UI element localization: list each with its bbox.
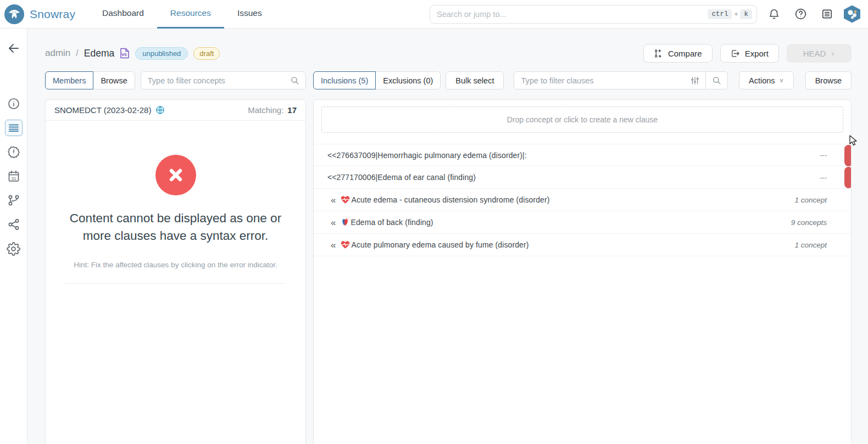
error-x-icon bbox=[155, 155, 196, 195]
breadcrumb-row: admin / Edema vs unpublished draft bbox=[45, 43, 852, 64]
concept-search-icon[interactable] bbox=[283, 72, 305, 89]
clause-row[interactable]: « Edema of back (finding) 9 concepts bbox=[314, 211, 851, 234]
main-content: admin / Edema vs unpublished draft bbox=[27, 29, 868, 444]
tab-browse-left[interactable]: Browse bbox=[93, 71, 135, 89]
svg-text:31: 31 bbox=[11, 176, 16, 181]
sidebar-item-branches[interactable] bbox=[5, 192, 23, 209]
clauses-panel: Drop concept or click to create a new cl… bbox=[313, 99, 852, 444]
concept-filter[interactable] bbox=[141, 71, 306, 89]
bulk-select-button[interactable]: Bulk select bbox=[446, 71, 504, 89]
filter-options-sliders-icon[interactable] bbox=[685, 72, 705, 89]
status-badge-unpublished: unpublished bbox=[135, 47, 188, 60]
error-title: Content cannot be displayed as one or mo… bbox=[66, 210, 286, 245]
user-avatar[interactable] bbox=[844, 5, 860, 23]
members-panel: SNOMEDCT (2023-02-28) Matching:17 bbox=[45, 99, 306, 444]
clause-filter[interactable] bbox=[514, 71, 728, 89]
clauses-toolbar: Inclusions (5) Exclusions (0) Bulk selec… bbox=[313, 71, 852, 89]
error-indicator[interactable] bbox=[844, 167, 852, 188]
sidebar-item-content[interactable] bbox=[5, 120, 23, 136]
inclusions-exclusions-tabs: Inclusions (5) Exclusions (0) bbox=[313, 71, 441, 89]
main-nav: Dashboard Resources Issues bbox=[89, 0, 275, 29]
matching-label: Matching: bbox=[248, 105, 283, 115]
clause-row[interactable]: <<277170006|Edema of ear canal (finding)… bbox=[314, 166, 851, 189]
error-hint: Hint: Fix the affected clauses by clicki… bbox=[71, 259, 280, 271]
sidebar-item-validation[interactable] bbox=[5, 144, 23, 160]
global-search[interactable]: ctrl + k bbox=[430, 5, 757, 24]
clause-row[interactable]: <<276637009|Hemorrhagic pulmonary edema … bbox=[314, 144, 851, 166]
help-icon[interactable] bbox=[791, 5, 810, 24]
nav-dashboard[interactable]: Dashboard bbox=[89, 0, 157, 29]
chevron-down-icon: ∨ bbox=[780, 77, 784, 84]
breadcrumb-separator: / bbox=[76, 48, 78, 58]
changelog-news-icon[interactable] bbox=[817, 5, 836, 24]
header-icons bbox=[765, 5, 860, 24]
concept-filter-input[interactable] bbox=[141, 76, 283, 85]
clause-row[interactable]: « Acute edema - cutaneous distension syn… bbox=[314, 189, 851, 211]
sidebar-item-calendar[interactable]: 31 bbox=[5, 168, 23, 184]
matching-count: Matching:17 bbox=[248, 105, 297, 115]
tab-inclusions[interactable]: Inclusions (5) bbox=[313, 71, 376, 89]
filter-toolbar: Members Browse Inclusions (5) Exclusions… bbox=[45, 71, 852, 89]
collapse-chevrons-icon[interactable]: « bbox=[331, 240, 336, 250]
breadcrumb-parent[interactable]: admin bbox=[45, 48, 70, 59]
version-label: HEAD bbox=[803, 49, 826, 58]
collapse-chevrons-icon[interactable]: « bbox=[331, 195, 336, 205]
clause-expression: <<277170006|Edema of ear canal (finding) bbox=[327, 173, 476, 182]
compare-label: Compare bbox=[668, 49, 702, 58]
nav-issues[interactable]: Issues bbox=[224, 0, 275, 29]
clause-concept-count: 9 concepts bbox=[791, 218, 827, 227]
tab-members[interactable]: Members bbox=[45, 71, 93, 89]
nav-resources[interactable]: Resources bbox=[157, 0, 224, 29]
value-set-vs-icon: vs bbox=[120, 47, 130, 59]
concepts-toolbar: Members Browse bbox=[45, 71, 306, 89]
sidebar-item-info[interactable] bbox=[5, 95, 23, 112]
error-indicator[interactable] bbox=[844, 145, 852, 166]
clause-filter-input[interactable] bbox=[514, 76, 685, 85]
export-label: Export bbox=[745, 49, 769, 58]
snowray-logo-icon bbox=[4, 4, 24, 24]
clause-concept-count: 1 concept bbox=[794, 196, 827, 204]
breadcrumb: admin / Edema vs unpublished draft bbox=[45, 47, 220, 60]
clause-row[interactable]: « Acute pulmonary edema caused by fume (… bbox=[314, 234, 851, 256]
matching-value: 17 bbox=[287, 105, 297, 115]
codesystem-title-row: SNOMEDCT (2023-02-28) bbox=[54, 105, 165, 115]
clause-concept-label: Edema of back (finding) bbox=[350, 218, 433, 227]
clause-meta: --- bbox=[820, 173, 827, 182]
brand[interactable]: Snowray bbox=[4, 4, 82, 24]
clause-expression: <<276637009|Hemorrhagic pulmonary edema … bbox=[327, 151, 527, 160]
heart-pulse-icon bbox=[341, 240, 350, 249]
heart-pulse-icon bbox=[341, 195, 350, 204]
clause-meta: --- bbox=[820, 151, 827, 159]
notifications-bell-icon[interactable] bbox=[765, 5, 783, 24]
actions-label: Actions bbox=[749, 76, 775, 85]
status-badge-draft: draft bbox=[193, 47, 220, 60]
left-rail-sidebar: 31 bbox=[0, 29, 27, 444]
codesystem-header: SNOMEDCT (2023-02-28) Matching:17 bbox=[46, 100, 305, 121]
collapse-chevrons-icon[interactable]: « bbox=[331, 218, 336, 227]
browse-button-right[interactable]: Browse bbox=[805, 71, 852, 89]
version-select[interactable]: HEAD ∨ bbox=[787, 44, 852, 63]
sidebar-item-share[interactable] bbox=[5, 216, 23, 233]
divider bbox=[65, 283, 286, 284]
clause-concept-label: Acute edema - cutaneous distension syndr… bbox=[351, 195, 549, 204]
export-button[interactable]: Export bbox=[720, 44, 779, 63]
compare-icon bbox=[654, 49, 663, 58]
top-navigation-bar: Snowray Dashboard Resources Issues ctrl … bbox=[0, 0, 868, 29]
actions-dropdown-button[interactable]: Actions ∨ bbox=[739, 71, 794, 89]
tab-exclusions[interactable]: Exclusions (0) bbox=[375, 71, 441, 89]
global-search-input[interactable] bbox=[437, 10, 708, 19]
compare-button[interactable]: Compare bbox=[643, 44, 713, 63]
clause-search-icon[interactable] bbox=[705, 72, 727, 89]
brand-name: Snowray bbox=[30, 8, 75, 21]
drop-zone[interactable]: Drop concept or click to create a new cl… bbox=[321, 106, 843, 133]
sidebar-item-settings-gear-icon[interactable] bbox=[5, 240, 23, 257]
app-window: Snowray Dashboard Resources Issues ctrl … bbox=[0, 0, 868, 444]
page-actions: Compare Export HEAD ∨ bbox=[643, 44, 852, 63]
back-arrow-icon[interactable] bbox=[7, 42, 20, 55]
svg-text:vs: vs bbox=[121, 52, 127, 57]
shortcut-ctrl-key: ctrl bbox=[708, 9, 732, 19]
shortcut-k-key: k bbox=[740, 9, 752, 19]
shortcut-plus: + bbox=[734, 10, 738, 18]
syntax-error-message: Content cannot be displayed as one or mo… bbox=[46, 121, 305, 284]
anatomical-heart-icon bbox=[341, 218, 349, 227]
